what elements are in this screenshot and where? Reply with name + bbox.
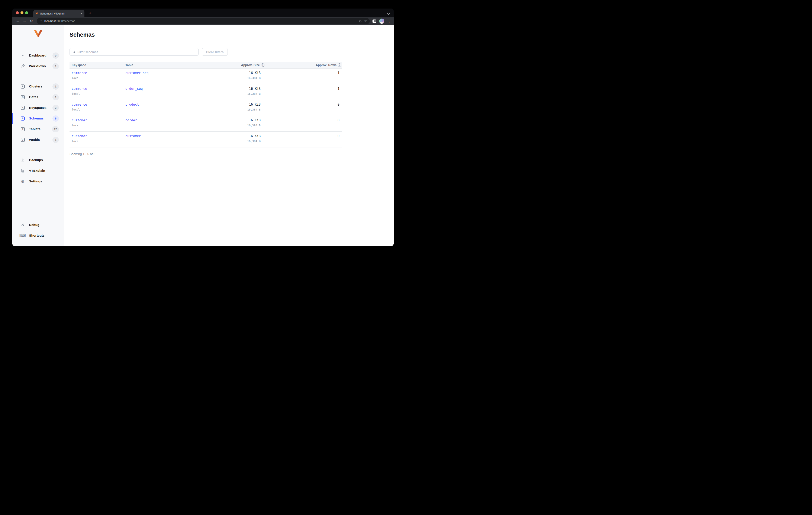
rows-value: 0	[264, 103, 340, 106]
main-panel: Schemas Clear filters Keyspace Table App…	[64, 25, 394, 246]
count-badge: 5	[53, 115, 59, 121]
table-header: Keyspace Table Approx. Size ? Approx. Ro…	[69, 62, 342, 69]
keyspace-link[interactable]: commerce	[71, 71, 123, 75]
close-window-button[interactable]	[16, 11, 19, 14]
sidebar-item-workflows[interactable]: Workflows 1	[12, 61, 64, 72]
table-link[interactable]: customer	[125, 134, 211, 138]
table-link[interactable]: customer_seq	[125, 71, 211, 75]
sidebar-item-vtexplain[interactable]: VTExplain	[12, 165, 64, 176]
sidebar-item-tablets[interactable]: T Tablets 12	[12, 124, 64, 134]
vtadmin-favicon	[35, 12, 38, 15]
gate-letter-icon: G	[21, 95, 25, 99]
table-cell: customer_seq	[123, 71, 211, 84]
search-icon	[72, 50, 76, 54]
bug-icon	[21, 223, 25, 227]
count-badge: 1	[53, 137, 59, 143]
table-link[interactable]: product	[125, 103, 211, 106]
app-content: Dashboard 0 Workflows 1 R Clusters 1 G G…	[12, 25, 394, 246]
column-header-approx-rows: Approx. Rows ?	[264, 63, 342, 67]
address-bar[interactable]: localhost:3000/schemas ☆	[37, 18, 370, 24]
side-panel-icon[interactable]	[372, 20, 376, 23]
site-info-icon[interactable]	[39, 20, 42, 23]
approx-size-cell: 16 KiB 16,384 B	[211, 71, 264, 84]
rows-value: 0	[264, 118, 340, 122]
keyspace-link[interactable]: customer	[71, 118, 123, 122]
share-icon[interactable]	[359, 20, 362, 23]
reload-button[interactable]: ↻	[29, 19, 34, 23]
sidebar-item-keyspaces[interactable]: K Keyspaces 3	[12, 102, 64, 113]
minimize-window-button[interactable]	[21, 11, 24, 14]
vitess-logo[interactable]	[12, 29, 64, 40]
cluster-label: local	[71, 92, 123, 96]
keyspace-letter-icon: K	[21, 106, 25, 110]
url-path: :3000/schemas	[56, 20, 75, 23]
table-row: commerce local order_seq 16 KiB 16,384 B…	[69, 84, 342, 100]
cluster-letter-icon: R	[21, 84, 25, 88]
new-tab-button[interactable]: +	[87, 10, 93, 16]
table-link[interactable]: corder	[125, 118, 211, 122]
rows-value: 1	[264, 87, 340, 91]
cluster-label: local	[71, 76, 123, 80]
approx-rows-cell: 0	[264, 118, 342, 131]
sidebar-item-backups[interactable]: Backups	[12, 155, 64, 165]
clear-filters-button[interactable]: Clear filters	[202, 48, 228, 56]
vtctld-letter-icon: V	[21, 138, 25, 142]
table-body: commerce local customer_seq 16 KiB 16,38…	[69, 69, 342, 147]
approx-rows-cell: 1	[264, 87, 342, 100]
tab-strip: Schemas | VTAdmin × +	[12, 8, 394, 17]
count-badge: 1	[53, 63, 59, 69]
sidebar-item-label: Clusters	[29, 84, 42, 88]
help-icon[interactable]: ?	[338, 63, 341, 67]
tablet-letter-icon: T	[21, 127, 25, 131]
schemas-table: Keyspace Table Approx. Size ? Approx. Ro…	[69, 62, 342, 147]
size-bytes-value: 16,384 B	[211, 124, 261, 127]
sidebar-item-dashboard[interactable]: Dashboard 0	[12, 50, 64, 61]
sidebar-item-gates[interactable]: G Gates 1	[12, 92, 64, 102]
back-button[interactable]: ←	[15, 19, 21, 23]
profile-avatar[interactable]	[379, 19, 384, 24]
sidebar-item-label: Settings	[29, 180, 42, 183]
browser-menu-icon[interactable]: ⋮	[387, 19, 391, 23]
tab-schemas[interactable]: Schemas | VTAdmin ×	[33, 10, 84, 17]
table-row: commerce local customer_seq 16 KiB 16,38…	[69, 69, 342, 84]
sidebar-item-label: VTExplain	[29, 169, 45, 172]
keyspace-link[interactable]: commerce	[71, 87, 123, 91]
sidebar-item-label: Backups	[29, 158, 43, 162]
help-icon[interactable]: ?	[261, 63, 264, 67]
sidebar-item-clusters[interactable]: R Clusters 1	[12, 81, 64, 92]
bookmark-star-icon[interactable]: ☆	[364, 19, 367, 23]
table-cell: product	[123, 103, 211, 116]
keyspace-link[interactable]: commerce	[71, 103, 123, 106]
approx-size-cell: 16 KiB 16,384 B	[211, 134, 264, 147]
size-bytes-value: 16,384 B	[211, 139, 261, 143]
tab-search-chevron-icon[interactable]	[387, 13, 390, 15]
keyspace-link[interactable]: customer	[71, 134, 123, 138]
sidebar-item-schemas[interactable]: S Schemas 5	[12, 113, 64, 124]
forward-button[interactable]: →	[22, 19, 27, 23]
cluster-label: local	[71, 108, 123, 111]
sidebar-item-label: Schemas	[29, 116, 44, 120]
zoom-window-button[interactable]	[25, 11, 28, 14]
count-badge: 3	[53, 105, 59, 111]
sidebar-item-vtctlds[interactable]: V vtctlds 1	[12, 134, 64, 145]
size-value: 16 KiB	[211, 103, 261, 106]
keyspace-cell: commerce local	[69, 71, 123, 84]
approx-size-cell: 16 KiB 16,384 B	[211, 118, 264, 131]
table-link[interactable]: order_seq	[125, 87, 211, 91]
size-bytes-value: 16,384 B	[211, 76, 261, 80]
bar-chart-icon	[21, 53, 25, 58]
filter-schemas-input[interactable]	[78, 50, 196, 54]
sidebar-item-shortcuts[interactable]: ⌨ Shortcuts	[12, 230, 64, 241]
keyspace-cell: commerce local	[69, 87, 123, 100]
rows-value: 0	[264, 134, 340, 138]
sidebar-item-debug[interactable]: Debug	[12, 219, 64, 230]
pagination-status: Showing 1 - 5 of 5	[69, 152, 394, 156]
doc-check-icon	[21, 169, 25, 173]
wrench-icon	[21, 64, 25, 68]
sidebar-item-label: Gates	[29, 95, 38, 99]
sidebar-item-label: Tablets	[29, 127, 40, 131]
sidebar-item-settings[interactable]: ⚙ Settings	[12, 176, 64, 187]
sidebar: Dashboard 0 Workflows 1 R Clusters 1 G G…	[12, 25, 64, 246]
table-cell: customer	[123, 134, 211, 147]
tab-close-icon[interactable]: ×	[80, 12, 82, 15]
